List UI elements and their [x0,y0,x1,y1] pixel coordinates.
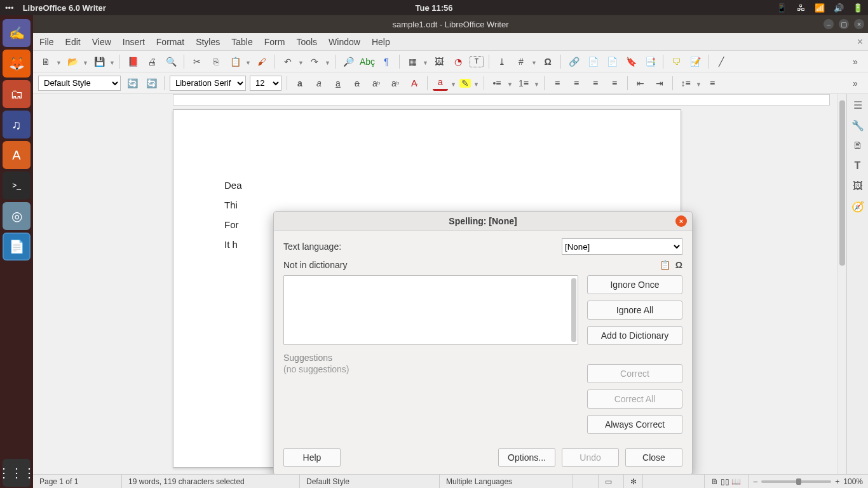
status-view-layout[interactable]: 🗎 ▯▯ 📖 [704,475,749,488]
wifi-icon[interactable]: 📶 [815,3,825,13]
insert-image-icon[interactable]: 🖼 [431,54,447,69]
close-document-button[interactable]: × [857,36,863,48]
battery-icon[interactable]: 🔋 [853,3,863,13]
status-language[interactable]: Multiple Languages [440,475,573,488]
align-justify-icon[interactable]: ≡ [607,76,622,91]
window-maximize-button[interactable]: ▢ [839,19,849,29]
sidebar-page-icon[interactable]: 🗎 [851,139,865,152]
align-right-icon[interactable]: ≡ [588,76,603,91]
insert-comment-icon[interactable]: 🗨 [668,54,684,69]
redo-icon[interactable]: ↷ [307,54,322,69]
insert-textbox-icon[interactable]: T [470,56,484,67]
superscript-icon[interactable]: ab [369,76,384,91]
export-pdf-icon[interactable]: 📕 [125,54,140,69]
save-icon[interactable]: 💾 [92,54,107,69]
special-char-icon[interactable]: Ω [675,260,682,270]
strikethrough-icon[interactable]: a [349,76,365,91]
network-icon[interactable]: 🖧 [796,3,806,13]
sidebar-properties-icon[interactable]: 🔧 [851,118,865,132]
spellcheck-icon[interactable]: Abç [360,54,375,69]
menu-table[interactable]: Table [231,37,252,47]
scrollbar-thumb[interactable] [571,278,576,342]
system-clock[interactable]: Tue 11:56 [415,3,452,13]
add-to-dictionary-button[interactable]: Add to Dictionary [587,326,682,345]
launcher-item-writer[interactable]: 📄 [3,233,31,261]
status-style[interactable]: Default Style [300,475,440,488]
dialog-titlebar[interactable]: Spelling: [None] × [274,212,692,231]
draw-line-icon[interactable]: ╱ [714,54,729,69]
insert-bookmark-icon[interactable]: 🔖 [623,54,639,69]
status-page[interactable]: Page 1 of 1 [33,475,122,488]
font-size-select[interactable]: 12 [250,76,281,91]
status-wordcount[interactable]: 19 words, 119 characters selected [122,475,300,488]
correct-button[interactable]: Correct [587,364,682,383]
close-button[interactable]: Close [625,448,682,467]
launcher-item-search[interactable]: ✍ [3,19,31,47]
print-preview-icon[interactable]: 🔍 [163,54,179,69]
menu-file[interactable]: File [39,37,54,47]
menu-format[interactable]: Format [156,37,184,47]
menu-tools[interactable]: Tools [296,37,317,47]
launcher-item-firefox[interactable]: 🦊 [3,50,31,78]
zoom-out-button[interactable]: – [754,477,758,486]
sidebar-settings-icon[interactable]: ☰ [851,98,865,112]
line-spacing-icon[interactable]: ↕≡ [678,76,693,91]
font-name-select[interactable]: Liberation Serif [170,76,246,91]
undo-icon[interactable]: ↶ [280,54,295,69]
window-minimize-button[interactable]: – [824,19,834,29]
launcher-item-music[interactable]: ♫ [3,111,31,139]
insert-symbol-icon[interactable]: Ω [540,54,555,69]
phone-icon[interactable]: 📱 [776,3,787,13]
print-icon[interactable]: 🖨 [144,54,159,69]
menu-edit[interactable]: Edit [65,37,81,47]
toolbar-overflow-icon[interactable]: » [848,76,863,91]
launcher-apps-button[interactable]: ⋮⋮⋮ [3,459,31,487]
dialog-close-icon[interactable]: × [675,215,687,227]
italic-icon[interactable]: a [311,76,327,91]
align-center-icon[interactable]: ≡ [569,76,584,91]
menu-insert[interactable]: Insert [123,37,145,47]
new-style-icon[interactable]: 🔄 [144,76,159,91]
zoom-slider[interactable] [761,480,831,483]
options-button[interactable]: Options... [498,448,555,467]
vertical-scrollbar[interactable] [837,94,846,474]
correct-all-button[interactable]: Correct All [587,390,682,409]
para-spacing-icon[interactable]: ≡ [705,76,720,91]
undo-button[interactable]: Undo [562,448,619,467]
paste-icon[interactable]: 📋 [660,260,670,270]
menu-form[interactable]: Form [264,37,285,47]
ignore-once-button[interactable]: Ignore Once [587,275,682,294]
ignore-all-button[interactable]: Ignore All [587,301,682,320]
sidebar-styles-icon[interactable]: T [851,159,865,173]
insert-footnote-icon[interactable]: 📄 [585,54,600,69]
textarea-scrollbar[interactable] [570,276,578,344]
not-in-dictionary-textarea[interactable] [283,275,578,345]
sidebar-navigator-icon[interactable]: 🧭 [851,200,865,214]
highlight-icon[interactable]: ✎ [459,79,471,88]
bullet-list-icon[interactable]: •≡ [489,76,505,91]
menu-help[interactable]: Help [372,37,390,47]
status-insert-mode[interactable] [573,475,599,488]
menu-window[interactable]: Window [329,37,360,47]
paragraph-style-select[interactable]: Default Style [38,76,121,91]
launcher-item-chromium[interactable]: ◎ [3,202,31,230]
volume-icon[interactable]: 🔊 [834,3,844,13]
clone-format-icon[interactable]: 🖌 [254,54,269,69]
help-button[interactable]: Help [283,448,341,467]
subscript-icon[interactable]: ab [388,76,403,91]
always-correct-button[interactable]: Always Correct [587,415,682,434]
new-icon[interactable]: 🗎 [38,54,53,69]
formatting-marks-icon[interactable]: ¶ [379,54,394,69]
horizontal-ruler[interactable] [173,94,830,105]
open-icon[interactable]: 📂 [65,54,80,69]
insert-chart-icon[interactable]: ◔ [451,54,466,69]
insert-pagebreak-icon[interactable]: ⤓ [494,54,510,69]
find-replace-icon[interactable]: 🔎 [341,54,356,69]
text-language-select[interactable]: [None] [562,238,682,255]
number-list-icon[interactable]: 1≡ [516,76,531,91]
sidebar-gallery-icon[interactable]: 🖼 [851,179,865,193]
align-left-icon[interactable]: ≡ [550,76,565,91]
launcher-item-software[interactable]: A [3,141,31,169]
insert-crossref-icon[interactable]: 📑 [642,54,658,69]
underline-icon[interactable]: a [330,76,346,91]
